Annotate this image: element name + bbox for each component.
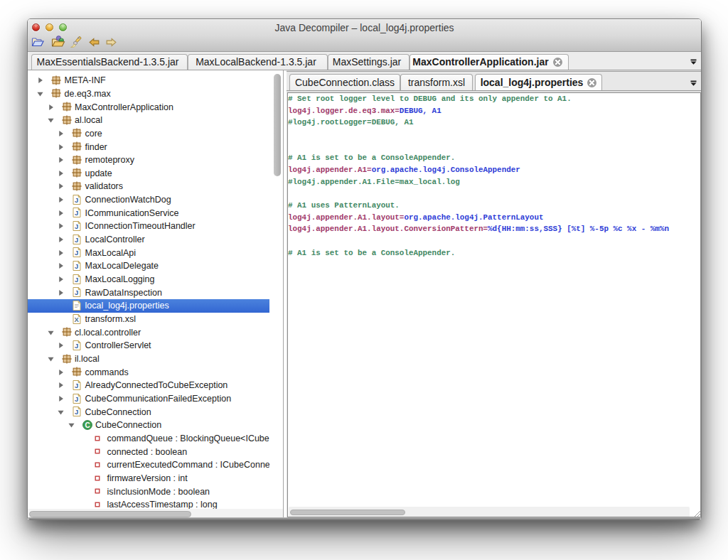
svg-text:J: J — [75, 222, 78, 230]
svg-text:J: J — [75, 196, 78, 204]
svg-text:J: J — [75, 382, 78, 389]
svg-text:J: J — [75, 342, 78, 350]
svg-text:J: J — [75, 249, 78, 257]
svg-text:J: J — [75, 395, 78, 403]
svg-text:J: J — [75, 236, 78, 244]
svg-text:J: J — [75, 209, 78, 217]
svg-text:C: C — [85, 421, 90, 429]
svg-text:X: X — [74, 316, 79, 323]
svg-text:J: J — [75, 276, 78, 284]
svg-text:J: J — [75, 408, 78, 416]
svg-text:J: J — [75, 262, 78, 270]
svg-text:J: J — [75, 289, 78, 296]
